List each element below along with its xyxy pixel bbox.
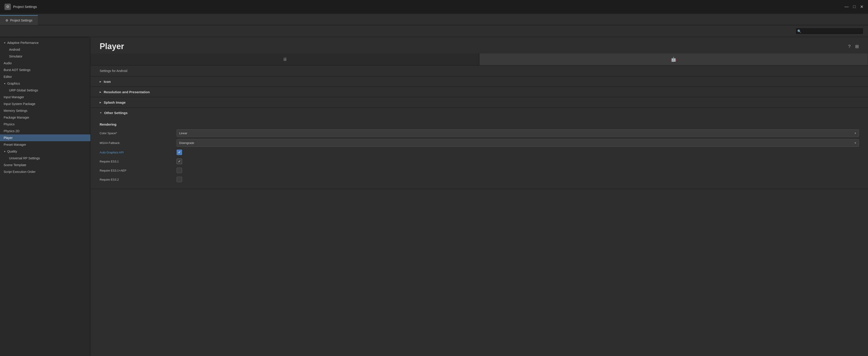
page-title: Player — [100, 42, 124, 51]
settings-for-label: Settings for Android — [91, 65, 868, 76]
sidebar-item-scene-template[interactable]: Scene Template — [0, 162, 90, 168]
sidebar-item-label: Memory Settings — [4, 109, 27, 112]
dropdown-color-space[interactable]: LinearGamma — [177, 129, 859, 137]
section-title-label: Icon — [104, 80, 111, 84]
section-chevron-icon: ▶ — [100, 91, 101, 93]
field-row-auto-graphics-api: Auto Graphics API — [100, 149, 859, 156]
field-label-require-es31: Require ES3.1 — [100, 160, 177, 163]
chevron-icon: ▼ — [4, 83, 6, 85]
checkbox-require-es31-aep[interactable] — [177, 168, 182, 173]
platform-tab-desktop[interactable]: 🖥 — [91, 54, 479, 65]
sidebar-item-label: Physics — [4, 123, 14, 126]
content-header: Player ? ⊞ — [91, 37, 868, 54]
section-icon: ▶Icon — [91, 76, 868, 87]
search-wrap: 🔍 — [796, 28, 864, 34]
sidebar-item-simulator[interactable]: Simulator — [0, 53, 90, 60]
sidebar-item-label: Quality — [7, 150, 17, 153]
sidebar-item-physics-2d[interactable]: Physics 2D — [0, 128, 90, 134]
field-row-msaa-fallback: MSAA FallbackDowngradeUpgrade▼ — [100, 139, 859, 147]
field-control-auto-graphics-api — [177, 150, 859, 155]
tab-bar: ⚙ Project Settings — [0, 13, 868, 25]
search-input[interactable] — [796, 28, 864, 34]
field-control-require-es32 — [177, 177, 859, 182]
field-label-color-space: Color Space* — [100, 131, 177, 135]
project-settings-tab[interactable]: ⚙ Project Settings — [0, 15, 38, 25]
dropdown-wrap-msaa-fallback: DowngradeUpgrade▼ — [177, 139, 859, 147]
platform-tab-android[interactable]: 🤖 — [479, 54, 868, 65]
sidebar-item-editor[interactable]: Editor — [0, 73, 90, 80]
sidebar-item-label: Adaptive Performance — [7, 41, 39, 44]
section-chevron-icon: ▶ — [100, 80, 101, 83]
section-other-settings: ▼Other SettingsRenderingColor Space*Line… — [91, 108, 868, 189]
sidebar-item-label: Graphics — [7, 82, 20, 85]
title-bar-title: Project Settings — [13, 5, 37, 9]
field-row-require-es31-aep: Require ES3.1+AEP — [100, 167, 859, 174]
platform-tabs: 🖥🤖 — [91, 54, 868, 65]
app-icon: ⚙ — [4, 4, 11, 10]
field-control-color-space: LinearGamma▼ — [177, 129, 859, 137]
chevron-icon: ▼ — [4, 150, 6, 153]
sidebar-item-memory-settings[interactable]: Memory Settings — [0, 107, 90, 114]
help-button[interactable]: ? — [848, 44, 850, 49]
sidebar-item-android[interactable]: Android — [0, 46, 90, 53]
sidebar-item-preset-manager[interactable]: Preset Manager — [0, 141, 90, 148]
sidebar-item-player[interactable]: Player — [0, 134, 90, 141]
field-control-msaa-fallback: DowngradeUpgrade▼ — [177, 139, 859, 147]
sidebar-item-burst-aot[interactable]: Burst AOT Settings — [0, 67, 90, 73]
section-title-label: Splash Image — [104, 100, 126, 104]
section-header-other-settings[interactable]: ▼Other Settings — [91, 108, 868, 118]
field-row-require-es32: Require ES3.2 — [100, 176, 859, 183]
layout-button[interactable]: ⊞ — [855, 44, 859, 49]
chevron-icon: ▼ — [4, 42, 6, 44]
title-bar-left: ⚙ Project Settings — [4, 4, 37, 10]
sidebar-item-label: Input System Package — [4, 102, 35, 106]
sidebar-item-label: Audio — [4, 61, 12, 65]
sidebar-item-physics[interactable]: Physics — [0, 121, 90, 128]
section-header-resolution[interactable]: ▶Resolution and Presentation — [91, 87, 868, 97]
main-layout: ▼Adaptive PerformanceAndroidSimulatorAud… — [0, 37, 868, 356]
sidebar-item-graphics[interactable]: ▼Graphics — [0, 80, 90, 87]
field-control-require-es31 — [177, 159, 859, 164]
sidebar-item-quality[interactable]: ▼Quality — [0, 148, 90, 155]
section-header-icon[interactable]: ▶Icon — [91, 76, 868, 87]
search-icon: 🔍 — [797, 29, 801, 33]
sidebar-item-label: URP Global Settings — [9, 89, 38, 92]
sidebar-item-universal-rp[interactable]: Universal RP Settings — [0, 155, 90, 162]
sidebar-item-label: Android — [9, 48, 20, 52]
section-title-label: Other Settings — [104, 111, 127, 115]
sidebar-item-input-system[interactable]: Input System Package — [0, 100, 90, 107]
section-resolution: ▶Resolution and Presentation — [91, 87, 868, 97]
sidebar-item-label: Script Execution Order — [4, 170, 36, 173]
checkbox-require-es31[interactable] — [177, 159, 182, 164]
sidebar-item-label: Player — [4, 136, 13, 140]
sidebar-item-label: Simulator — [9, 55, 23, 58]
tab-label: Project Settings — [10, 19, 32, 22]
minimize-button[interactable]: — — [844, 4, 848, 9]
maximize-button[interactable]: □ — [853, 4, 856, 9]
sidebar-item-audio[interactable]: Audio — [0, 60, 90, 67]
sidebar-item-package-manager[interactable]: Package Manager — [0, 114, 90, 121]
title-bar-controls: — □ ✕ — [844, 4, 864, 9]
title-bar: ⚙ Project Settings — □ ✕ — [0, 0, 868, 13]
section-header-splash[interactable]: ▶Splash Image — [91, 97, 868, 107]
content-area: Player ? ⊞ 🖥🤖 Settings for Android ▶Icon… — [91, 37, 868, 356]
dropdown-msaa-fallback[interactable]: DowngradeUpgrade — [177, 139, 859, 147]
sidebar-item-urp-global[interactable]: URP Global Settings — [0, 87, 90, 94]
section-chevron-icon: ▼ — [100, 111, 102, 114]
sidebar-item-adaptive-performance[interactable]: ▼Adaptive Performance — [0, 39, 90, 46]
dropdown-wrap-color-space: LinearGamma▼ — [177, 129, 859, 137]
sidebar: ▼Adaptive PerformanceAndroidSimulatorAud… — [0, 37, 91, 356]
section-splash: ▶Splash Image — [91, 97, 868, 108]
search-bar: 🔍 — [0, 25, 868, 37]
field-row-color-space: Color Space*LinearGamma▼ — [100, 129, 859, 137]
sidebar-item-label: Editor — [4, 75, 12, 78]
sidebar-item-script-execution[interactable]: Script Execution Order — [0, 168, 90, 175]
sidebar-item-label: Preset Manager — [4, 143, 26, 147]
sidebar-item-input-manager[interactable]: Input Manager — [0, 94, 90, 100]
sidebar-item-label: Burst AOT Settings — [4, 68, 31, 72]
checkbox-auto-graphics-api[interactable] — [177, 150, 182, 155]
close-button[interactable]: ✕ — [860, 4, 864, 9]
checkbox-require-es32[interactable] — [177, 177, 182, 182]
sidebar-item-label: Physics 2D — [4, 129, 20, 133]
field-label-auto-graphics-api[interactable]: Auto Graphics API — [100, 151, 177, 154]
